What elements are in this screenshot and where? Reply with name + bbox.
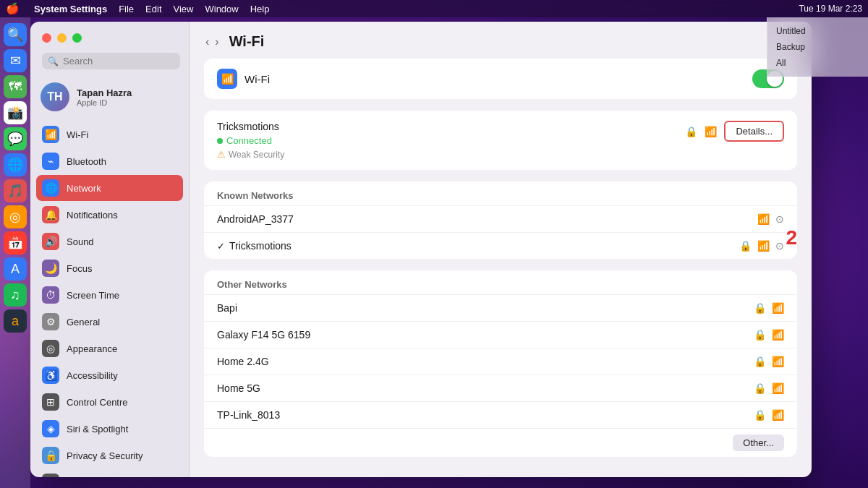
wifi-icon-other-2: 📶	[772, 356, 784, 367]
sidebar-label-notifications: Notifications	[67, 210, 118, 221]
sidebar-label-accessibility: Accessibility	[67, 370, 118, 381]
known-network-name-0: AndroidAP_3377	[217, 213, 294, 225]
window-close-button[interactable]	[42, 33, 51, 43]
dock-sidebar: 🔍 ✉ 🗺 📸 💬 🌐 🎵 ◎ 📅 A ♫ a	[0, 17, 30, 488]
other-network-row-4[interactable]: TP-Link_8013 🔒 📶	[204, 401, 797, 428]
lock-icon-other-1: 🔒	[754, 329, 766, 341]
settings-main: ‹ › Wi-Fi 📶 Wi-Fi	[190, 22, 812, 477]
wifi-icon-0: 📶	[757, 213, 770, 225]
avatar: TH	[41, 82, 69, 111]
other-networks-button[interactable]: Other...	[733, 435, 784, 451]
sidebar-item-screentime[interactable]: ⏱ Screen Time	[36, 282, 183, 308]
search-bar[interactable]: 🔍	[42, 53, 180, 69]
sidebar-item-siri[interactable]: ◈ Siri & Spotlight	[36, 416, 183, 442]
sidebar-item-focus[interactable]: 🌙 Focus	[36, 255, 183, 281]
sidebar-item-controlcentre[interactable]: ⊞ Control Centre	[36, 389, 183, 415]
desktop: 🍎 System Settings File Edit View Window …	[0, 0, 868, 488]
apple-menu[interactable]: 🍎	[6, 2, 20, 15]
dock-icon-spotify[interactable]: ♫	[4, 283, 27, 307]
right-sidebar-item-backup[interactable]: Backup	[770, 39, 865, 55]
sidebar-item-general[interactable]: ⚙ General	[36, 309, 183, 335]
sidebar-item-network[interactable]: 🌐 Network	[36, 175, 183, 201]
sidebar-item-notifications[interactable]: 🔔 Notifications	[36, 202, 183, 228]
other-networks-section: Other Networks Bapi 🔒 📶 Galaxy F14 5G 61…	[204, 270, 797, 457]
wifi-icon-other-0: 📶	[772, 302, 784, 314]
siri-icon: ◈	[42, 420, 59, 437]
known-network-row-1[interactable]: ✓ Tricksmotions 🔒 📶 ⊙	[204, 232, 797, 259]
other-network-row-1[interactable]: Galaxy F14 5G 6159 🔒 📶	[204, 321, 797, 348]
menu-edit[interactable]: Edit	[145, 4, 161, 14]
other-network-icons-0: 🔒 📶	[754, 302, 784, 314]
dock-icon-music[interactable]: 🎵	[4, 179, 27, 202]
dock-icon-finder[interactable]: 🔍	[4, 23, 27, 46]
menubar-left: 🍎 System Settings File Edit View Window …	[6, 2, 269, 15]
connected-right: 🔒 📶 Details...	[685, 121, 784, 142]
user-name: Tapan Hazra	[77, 87, 132, 98]
menubar-time: Tue 19 Mar 2:23	[799, 4, 862, 14]
sidebar-label-focus: Focus	[67, 263, 92, 274]
wifi-card-label: Wi-Fi	[244, 73, 270, 85]
sidebar-top: 🔍	[30, 22, 189, 75]
window-minimize-button[interactable]	[57, 33, 67, 43]
desktop-icon: 🖥	[42, 474, 59, 477]
more-icon-1[interactable]: ⊙	[775, 240, 784, 252]
known-network-row-0[interactable]: AndroidAP_3377 📶 ⊙	[204, 205, 797, 232]
dock-icon-mail[interactable]: ✉	[4, 49, 27, 72]
other-network-name-0: Bapi	[217, 302, 237, 314]
other-network-row-2[interactable]: Home 2.4G 🔒 📶	[204, 348, 797, 374]
back-button[interactable]: ‹	[204, 35, 210, 48]
sidebar-item-appearance[interactable]: ◎ Appearance	[36, 335, 183, 361]
other-button-row: Other...	[204, 428, 797, 457]
connected-network-info: Tricksmotions Connected ⚠ Weak Security	[217, 121, 284, 160]
controlcentre-icon: ⊞	[42, 393, 59, 411]
content-header: ‹ › Wi-Fi	[190, 22, 812, 59]
sidebar-item-accessibility[interactable]: ♿ Accessibility	[36, 362, 183, 388]
wifi-icon-other-4: 📶	[772, 409, 784, 421]
right-sidebar-item-all[interactable]: All	[770, 55, 865, 71]
screentime-icon: ⏱	[42, 286, 59, 304]
other-network-icons-1: 🔒 📶	[754, 329, 784, 341]
menu-file[interactable]: File	[119, 4, 134, 14]
forward-button[interactable]: ›	[213, 35, 220, 48]
other-network-row-0[interactable]: Bapi 🔒 📶	[204, 294, 797, 321]
right-sidebar-item-untitled[interactable]: Untitled	[770, 23, 865, 39]
wifi-icon: 📶	[42, 126, 59, 143]
sidebar-item-wifi[interactable]: 📶 Wi-Fi	[36, 121, 183, 147]
more-icon-0[interactable]: ⊙	[775, 213, 784, 225]
sidebar-label-wifi: Wi-Fi	[67, 129, 88, 140]
dock-icon-app1[interactable]: ◎	[4, 205, 27, 228]
traffic-lights	[42, 33, 180, 43]
menu-window[interactable]: Window	[205, 4, 238, 14]
connected-network-name: Tricksmotions	[217, 121, 279, 132]
dock-icon-messages[interactable]: 💬	[4, 127, 27, 150]
dock-icon-safari[interactable]: 🌐	[4, 153, 27, 176]
nav-arrows: ‹ ›	[204, 35, 221, 48]
dock-icon-amazon[interactable]: a	[4, 309, 27, 333]
known-networks-header: Known Networks	[204, 181, 797, 205]
dock-icon-calendar[interactable]: 📅	[4, 231, 27, 254]
network-name-row: Tricksmotions	[217, 121, 284, 132]
lock-icon-other-4: 🔒	[754, 409, 766, 421]
dock-icon-appstore[interactable]: A	[4, 257, 27, 281]
sidebar-item-sound[interactable]: 🔊 Sound	[36, 228, 183, 254]
sidebar-label-siri: Siri & Spotlight	[67, 424, 128, 435]
dock-icon-maps[interactable]: 🗺	[4, 75, 27, 98]
user-profile[interactable]: TH Tapan Hazra Apple ID	[30, 75, 189, 119]
dock-icon-photos[interactable]: 📸	[4, 101, 27, 124]
other-network-icons-3: 🔒 📶	[754, 382, 784, 394]
sidebar-item-bluetooth[interactable]: ⌁ Bluetooth	[36, 148, 183, 174]
sidebar-item-privacy[interactable]: 🔒 Privacy & Security	[36, 442, 183, 468]
known-network-icons-1: 🔒 📶 ⊙	[739, 240, 784, 252]
sound-icon: 🔊	[42, 233, 59, 250]
connected-network-row: Tricksmotions Connected ⚠ Weak Security	[217, 121, 784, 160]
sidebar-item-desktop[interactable]: 🖥 Desktop & Dock	[36, 469, 183, 477]
wifi-card-icon: 📶	[217, 69, 237, 89]
window-maximize-button[interactable]	[72, 33, 82, 43]
other-network-row-3[interactable]: Home 5G 🔒 📶	[204, 374, 797, 401]
known-networks-section: Known Networks AndroidAP_3377 📶 ⊙ ✓ T	[204, 181, 797, 259]
search-input[interactable]	[63, 56, 174, 67]
menu-view[interactable]: View	[174, 4, 194, 14]
details-button[interactable]: Details...	[724, 121, 784, 142]
content-scroll[interactable]: 📶 Wi-Fi Tricksmotions	[190, 59, 812, 477]
menu-help[interactable]: Help	[250, 4, 270, 14]
